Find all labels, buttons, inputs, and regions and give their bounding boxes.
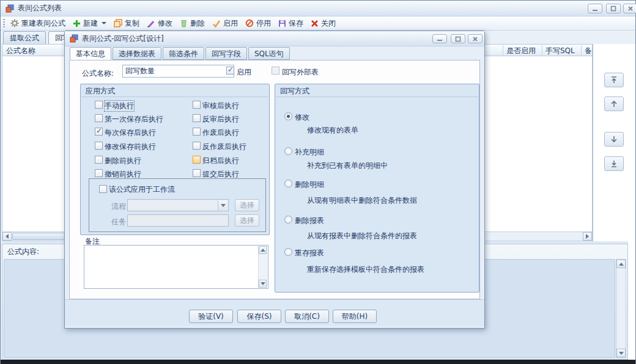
toolbar-edit-button[interactable]: 修改 — [147, 18, 172, 29]
scroll-left-button[interactable] — [2, 232, 12, 241]
enable-checkbox[interactable] — [226, 67, 234, 75]
arrow-to-bottom-icon — [609, 159, 619, 169]
formula-name-input[interactable] — [122, 65, 234, 78]
toolbar-copy-button[interactable]: 复制 — [114, 18, 139, 29]
scroll-down-button[interactable] — [616, 349, 626, 357]
checkbox-before-delete-label[interactable]: 删除前执行 — [105, 156, 141, 166]
process-dropdown-button[interactable] — [218, 200, 227, 210]
remark-scrollbar[interactable] — [258, 246, 267, 288]
checkbox-before-modify-save-label[interactable]: 修改保存前执行 — [105, 142, 156, 152]
column-separator[interactable] — [503, 45, 503, 55]
cancel-button[interactable]: 取消(C) — [285, 310, 329, 323]
column-enabled[interactable]: 是否启用 — [506, 46, 536, 56]
tab-basic-info[interactable]: 基本信息 — [70, 47, 111, 60]
dialog-titlebar: 表间公式-回写公式[设计] — [65, 31, 484, 46]
radio-delete-detail[interactable] — [284, 180, 292, 187]
radio-delete-report[interactable] — [284, 216, 292, 224]
dialog-maximize-button[interactable] — [451, 34, 465, 43]
move-top-button[interactable] — [604, 73, 624, 87]
remark-textarea[interactable] — [84, 245, 268, 289]
toolbar-save-button[interactable]: 保存 — [278, 18, 303, 29]
radio-delete-detail-label[interactable]: 删除明细 — [295, 180, 324, 190]
copy-icon — [114, 19, 122, 27]
column-separator[interactable] — [581, 45, 582, 55]
checkbox-after-audit[interactable] — [193, 101, 201, 109]
radio-resave-report[interactable] — [284, 248, 292, 256]
workflow-group: 该公式应用于工作流 流程 选择 任务 选择 — [89, 178, 266, 232]
radio-append-detail[interactable] — [284, 147, 292, 155]
move-up-button[interactable] — [604, 96, 624, 111]
workflow-checkbox[interactable] — [99, 185, 107, 193]
checkbox-after-audit-label[interactable]: 审核后执行 — [202, 101, 239, 111]
checkbox-manual-run-label[interactable]: 手动执行 — [105, 101, 134, 111]
triangle-down-icon — [261, 282, 265, 285]
scroll-down-button[interactable] — [259, 280, 267, 288]
dialog-minimize-button[interactable] — [432, 34, 447, 43]
radio-resave-report-label[interactable]: 重存报表 — [295, 248, 324, 258]
basic-info-page: 公式名称: 启用 回写外部表 应用方式 手动执行 第一次保存后执行 每次保存后执… — [69, 60, 480, 299]
checkbox-after-void[interactable] — [193, 128, 201, 136]
radio-append-detail-label[interactable]: 补充明细 — [295, 147, 324, 158]
toolbar-grip[interactable] — [3, 19, 5, 28]
external-table-checkbox-label[interactable]: 回写外部表 — [282, 67, 319, 78]
chevron-down-icon[interactable] — [102, 22, 106, 24]
column-formula-name[interactable]: 公式名称 — [6, 46, 35, 56]
toolbar-rebuild-button[interactable]: 重建表间公式 — [10, 18, 65, 29]
move-bottom-button[interactable] — [604, 156, 624, 171]
checkbox-before-delete[interactable] — [95, 156, 103, 164]
checkbox-every-save-run[interactable] — [95, 128, 103, 136]
triangle-down-icon — [619, 352, 624, 355]
column-handwritten-sql[interactable]: 手写SQL — [545, 46, 575, 56]
checkbox-before-modify-save[interactable] — [95, 142, 103, 150]
validate-button[interactable]: 验证(V) — [189, 310, 233, 323]
checkbox-after-submit[interactable] — [193, 169, 201, 177]
workflow-checkbox-label[interactable]: 该公式应用于工作流 — [109, 184, 175, 195]
radio-modify[interactable] — [284, 112, 292, 120]
checkbox-before-revoke[interactable] — [95, 169, 103, 177]
move-down-button[interactable] — [604, 132, 624, 147]
minimize-button[interactable] — [588, 4, 602, 13]
task-select-button[interactable]: 选择 — [235, 214, 259, 227]
toolbar-delete-button[interactable]: 删除 — [180, 18, 205, 29]
checkbox-after-unaudit[interactable] — [193, 114, 201, 122]
process-combobox[interactable] — [127, 199, 229, 211]
checkbox-manual-run[interactable] — [95, 101, 103, 109]
checkbox-after-unvoid-label[interactable]: 反作废后执行 — [202, 142, 246, 152]
tab-filter[interactable]: 筛选条件 — [163, 47, 204, 60]
checkbox-after-archive[interactable] — [193, 156, 201, 164]
checkbox-after-void-label[interactable]: 作废后执行 — [202, 128, 239, 138]
checkbox-after-unvoid[interactable] — [193, 142, 201, 150]
scroll-up-button[interactable] — [616, 260, 626, 268]
tab-extract-formula[interactable]: 提取公式 — [3, 31, 46, 44]
column-separator[interactable] — [542, 45, 542, 55]
save-button[interactable]: 保存(S) — [237, 310, 281, 323]
external-table-checkbox[interactable] — [272, 67, 279, 75]
dialog-close-button[interactable] — [468, 34, 483, 43]
toolbar-new-button[interactable]: 新建 — [73, 18, 106, 29]
process-select-button[interactable]: 选择 — [235, 199, 259, 211]
checkbox-after-archive-label[interactable]: 归档后执行 — [202, 156, 239, 166]
task-input[interactable] — [127, 214, 229, 227]
checkbox-every-save-run-label[interactable]: 每次保存后执行 — [105, 128, 156, 138]
tab-select-tables[interactable]: 选择数据表 — [113, 47, 161, 60]
main-window-title: 表间公式列表 — [18, 3, 62, 13]
toolbar-close-button[interactable]: 关闭 — [311, 18, 336, 29]
radio-delete-report-label[interactable]: 删除报表 — [295, 216, 324, 226]
process-label: 流程 — [111, 202, 126, 212]
scroll-up-button[interactable] — [259, 246, 267, 254]
checkbox-first-save-run[interactable] — [95, 114, 103, 122]
scroll-right-button[interactable] — [583, 232, 592, 241]
help-button[interactable]: 帮助(H) — [333, 310, 377, 323]
enable-checkbox-label[interactable]: 启用 — [237, 67, 251, 78]
maximize-button[interactable] — [606, 4, 621, 13]
checkbox-first-save-run-label[interactable]: 第一次保存后执行 — [105, 114, 163, 125]
tab-writeback-fields[interactable]: 回写字段 — [205, 47, 247, 60]
toolbar-disable-button[interactable]: 停用 — [245, 18, 271, 29]
close-button[interactable] — [623, 4, 636, 13]
toolbar-enable-button[interactable]: 启用 — [212, 18, 238, 29]
formula-content-scrollbar[interactable] — [616, 259, 626, 358]
pencil-icon — [147, 19, 155, 27]
checkbox-after-unaudit-label[interactable]: 反审后执行 — [202, 114, 239, 125]
radio-modify-label[interactable]: 修改 — [295, 112, 309, 123]
tab-sql[interactable]: SQL语句 — [248, 47, 290, 60]
